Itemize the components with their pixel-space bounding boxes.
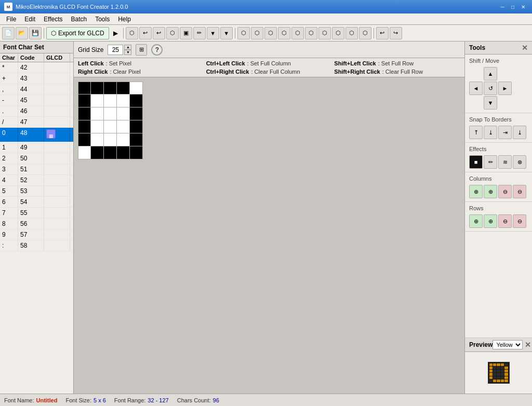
tool-10[interactable]: ⬡ (251, 27, 263, 39)
pixel-cell[interactable] (78, 94, 91, 107)
pixel-canvas[interactable] (78, 82, 143, 159)
tool-6[interactable]: ✏ (193, 27, 206, 39)
pixel-cell[interactable] (117, 133, 130, 146)
minimize-button[interactable]: ─ (498, 3, 507, 11)
shift-left-button[interactable]: ◄ (469, 82, 483, 95)
grid-toggle-button[interactable]: ⊞ (136, 44, 147, 56)
pixel-cell[interactable] (130, 82, 143, 94)
char-row[interactable]: 149 (0, 142, 73, 153)
char-row[interactable]: 856 (0, 219, 73, 229)
char-row[interactable]: 048▦ (0, 128, 73, 142)
grid-size-input[interactable]: ▲ ▼ (108, 45, 131, 55)
col-del-left[interactable]: ⊖ (498, 185, 512, 198)
pixel-cell[interactable] (78, 107, 91, 120)
pixel-cell[interactable] (130, 107, 143, 120)
close-button[interactable]: ✕ (518, 3, 528, 11)
char-row[interactable]: 351 (0, 164, 73, 175)
pixel-cell[interactable] (78, 82, 91, 94)
tool-14[interactable]: ⬡ (305, 27, 317, 39)
menu-effects[interactable]: Effects (39, 15, 66, 24)
char-row[interactable]: +43 (0, 73, 73, 84)
preview-color-select[interactable]: Yellow Green White (493, 340, 523, 349)
char-row[interactable]: .46 (0, 106, 73, 117)
tool-16[interactable]: ⬡ (332, 27, 344, 39)
pixel-cell[interactable] (117, 120, 130, 133)
open-button[interactable]: 📂 (16, 27, 28, 39)
tool-5[interactable]: ▣ (180, 27, 192, 39)
tools-close-button[interactable]: ✕ (522, 44, 528, 52)
row-del-top[interactable]: ⊖ (498, 214, 512, 228)
char-row[interactable]: ,44 (0, 84, 73, 95)
pixel-cell[interactable] (91, 82, 104, 94)
tool-7[interactable]: ▼ (207, 27, 219, 39)
tool-17[interactable]: ⬡ (345, 27, 358, 39)
char-row[interactable]: 654 (0, 197, 73, 208)
char-row[interactable]: 452 (0, 175, 73, 186)
tool-19[interactable]: ↩ (376, 27, 389, 39)
pixel-cell[interactable] (117, 146, 130, 159)
tool-18[interactable]: ⬡ (359, 27, 371, 39)
pixel-cell[interactable] (104, 133, 117, 146)
menu-file[interactable]: File (2, 15, 20, 24)
effect-fill-black[interactable]: ■ (469, 155, 483, 169)
spin-up[interactable]: ▲ (124, 45, 131, 50)
snap-bottom-button[interactable]: ⤓ (513, 126, 526, 139)
tool-20[interactable]: ↪ (390, 27, 402, 39)
pixel-cell[interactable] (91, 146, 104, 159)
pixel-cell[interactable] (130, 120, 143, 133)
effect-pencil[interactable]: ✏ (484, 155, 497, 169)
pixel-cell[interactable] (130, 94, 143, 107)
pixel-cell[interactable] (91, 94, 104, 107)
col-add-right[interactable]: ⊕ (484, 185, 497, 198)
tool-12[interactable]: ⬡ (278, 27, 290, 39)
spin-down[interactable]: ▼ (124, 50, 131, 55)
shift-center-button[interactable]: ↺ (484, 82, 497, 95)
char-row[interactable]: -45 (0, 95, 73, 106)
col-del-right[interactable]: ⊖ (513, 185, 526, 198)
pixel-cell[interactable] (91, 120, 104, 133)
tool-1[interactable]: ⬡ (126, 27, 138, 39)
pixel-cell[interactable] (78, 146, 91, 159)
pixel-cell[interactable] (104, 146, 117, 159)
char-row[interactable]: 957 (0, 229, 73, 240)
char-row[interactable]: *42 (0, 62, 73, 73)
title-bar-controls[interactable]: ─ □ ✕ (498, 3, 528, 11)
pixel-cell[interactable] (117, 94, 130, 107)
pixel-cell[interactable] (78, 133, 91, 146)
tool-4[interactable]: ⬡ (166, 27, 179, 39)
row-del-bottom[interactable]: ⊖ (513, 214, 526, 228)
snap-right-button[interactable]: ⇥ (498, 126, 512, 139)
maximize-button[interactable]: □ (508, 3, 517, 11)
tool-8[interactable]: ▼ (220, 27, 233, 39)
char-row[interactable]: :58 (0, 240, 73, 251)
export-button[interactable]: ⬡ Export for GLCD (46, 27, 109, 39)
new-button[interactable]: 📄 (2, 27, 15, 39)
pixel-cell[interactable] (130, 133, 143, 146)
pixel-cell[interactable] (91, 133, 104, 146)
effect-flip-v[interactable]: ⊗ (513, 155, 526, 169)
pixel-cell[interactable] (117, 82, 130, 94)
char-row[interactable]: 250 (0, 153, 73, 164)
pixel-cell[interactable] (104, 94, 117, 107)
redo-button[interactable]: ↩ (153, 27, 165, 39)
pixel-cell[interactable] (78, 120, 91, 133)
snap-left-button[interactable]: ⤓ (484, 126, 497, 139)
tool-13[interactable]: ⬡ (291, 27, 304, 39)
char-row[interactable]: 553 (0, 186, 73, 197)
shift-right-button[interactable]: ► (498, 82, 512, 95)
row-add-bottom[interactable]: ⊕ (484, 214, 497, 228)
shift-down-button[interactable]: ▼ (484, 96, 497, 110)
tool-15[interactable]: ⬡ (318, 27, 331, 39)
char-list[interactable]: *42+43,44-45.46/47048▦149250351452553654… (0, 62, 73, 394)
help-button[interactable]: ? (151, 44, 163, 56)
menu-edit[interactable]: Edit (20, 15, 39, 24)
shift-up-button[interactable]: ▲ (484, 67, 497, 80)
tool-11[interactable]: ⬡ (264, 27, 277, 39)
effect-flip-h[interactable]: ≋ (498, 155, 512, 169)
preview-close-button[interactable]: ✕ (525, 341, 531, 349)
grid-size-spinner[interactable]: ▲ ▼ (124, 45, 131, 55)
undo-button[interactable]: ↩ (139, 27, 152, 39)
char-row[interactable]: 755 (0, 208, 73, 219)
pixel-cell[interactable] (91, 107, 104, 120)
grid-size-value[interactable] (108, 45, 123, 55)
